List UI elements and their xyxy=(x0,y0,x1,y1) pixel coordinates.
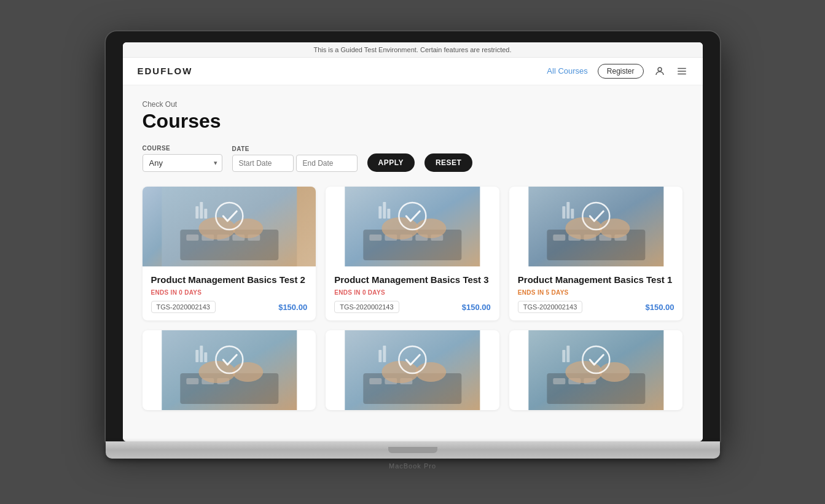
course-thumbnail-5 xyxy=(326,330,499,410)
course-code-2: TGS-2020002143 xyxy=(334,301,399,313)
course-image-2 xyxy=(326,187,499,266)
course-thumbnail-4 xyxy=(143,330,316,410)
all-courses-link[interactable]: All Courses xyxy=(547,66,587,76)
course-card-1[interactable]: Product Management Basics Test 2 ENDS IN… xyxy=(143,187,316,321)
course-filter-label: COURSE xyxy=(143,145,222,152)
course-card-5[interactable] xyxy=(326,330,499,410)
date-filter-label: DATE xyxy=(232,145,358,152)
course-image-6 xyxy=(509,330,683,410)
ends-in-2: ENDS IN 0 DAYS xyxy=(334,289,491,296)
course-image-5 xyxy=(326,330,499,410)
course-select[interactable]: Any xyxy=(143,154,222,172)
course-filter-group: COURSE Any xyxy=(143,145,222,172)
svg-rect-6 xyxy=(186,235,198,241)
svg-point-60 xyxy=(415,362,446,382)
course-thumbnail-6 xyxy=(509,330,683,410)
laptop-notch xyxy=(388,447,437,453)
course-price-3: $150.00 xyxy=(645,303,674,312)
svg-rect-53 xyxy=(204,352,207,362)
course-price-1: $150.00 xyxy=(278,303,307,312)
svg-rect-19 xyxy=(369,235,381,241)
screen-bezel: This is a Guided Test Environment. Certa… xyxy=(106,31,720,441)
svg-rect-32 xyxy=(553,235,565,241)
course-info-3: Product Management Basics Test 1 ENDS IN… xyxy=(509,266,683,321)
main-content: Check Out Courses COURSE Any DATE xyxy=(123,85,703,441)
screen: This is a Guided Test Environment. Certa… xyxy=(123,42,703,441)
apply-button[interactable]: APPLY xyxy=(367,153,415,172)
banner-text: This is a Guided Test Environment. Certa… xyxy=(314,46,512,53)
courses-grid: Product Management Basics Test 2 ENDS IN… xyxy=(143,187,683,411)
course-card-6[interactable] xyxy=(509,330,683,410)
laptop-frame: This is a Guided Test Environment. Certa… xyxy=(106,31,720,473)
course-image-3 xyxy=(509,187,683,266)
course-footer-2: TGS-2020002143 $150.00 xyxy=(334,301,491,313)
svg-rect-14 xyxy=(195,206,198,219)
svg-point-12 xyxy=(232,219,263,238)
svg-rect-40 xyxy=(562,206,565,219)
svg-point-70 xyxy=(599,362,630,382)
svg-point-25 xyxy=(415,219,446,238)
svg-rect-56 xyxy=(369,378,381,384)
svg-rect-72 xyxy=(562,350,565,362)
register-button[interactable]: Register xyxy=(598,64,644,79)
ends-in-1: ENDS IN 0 DAYS xyxy=(151,289,308,296)
course-title-2: Product Management Basics Test 3 xyxy=(334,274,491,286)
svg-rect-63 xyxy=(383,346,386,362)
course-image-4 xyxy=(143,330,316,410)
svg-rect-51 xyxy=(195,350,198,362)
page-title: Courses xyxy=(143,110,683,133)
course-price-2: $150.00 xyxy=(462,303,491,312)
start-date-input[interactable] xyxy=(232,155,294,172)
course-thumbnail-2 xyxy=(326,187,499,266)
course-code-3: TGS-2020002143 xyxy=(518,301,582,313)
user-icon[interactable] xyxy=(654,65,666,77)
end-date-input[interactable] xyxy=(296,155,358,172)
svg-rect-16 xyxy=(204,209,207,219)
check-out-label: Check Out xyxy=(143,100,683,109)
date-inputs xyxy=(232,155,358,172)
svg-rect-28 xyxy=(383,202,386,219)
svg-rect-27 xyxy=(378,206,381,219)
filters-row: COURSE Any DATE A xyxy=(143,145,683,172)
svg-rect-41 xyxy=(566,202,569,219)
svg-rect-42 xyxy=(571,209,574,219)
laptop-brand-label: MacBook Pro xyxy=(106,459,720,473)
course-code-1: TGS-2020002143 xyxy=(151,301,216,313)
reset-button[interactable]: RESET xyxy=(424,153,473,172)
course-info-1: Product Management Basics Test 2 ENDS IN… xyxy=(143,266,316,321)
navbar: EDUFLOW All Courses Register xyxy=(123,58,703,85)
logo: EDUFLOW xyxy=(138,66,193,76)
ends-in-3: ENDS IN 5 DAYS xyxy=(518,289,674,296)
course-thumbnail-3 xyxy=(509,187,683,266)
svg-rect-73 xyxy=(566,346,569,362)
course-footer-1: TGS-2020002143 $150.00 xyxy=(151,301,308,313)
course-info-2: Product Management Basics Test 3 ENDS IN… xyxy=(326,266,499,321)
date-filter-group: DATE xyxy=(232,145,358,172)
course-select-wrapper: Any xyxy=(143,154,222,172)
test-environment-banner: This is a Guided Test Environment. Certa… xyxy=(123,42,703,58)
svg-rect-66 xyxy=(553,378,565,384)
menu-icon[interactable] xyxy=(676,65,688,77)
course-title-1: Product Management Basics Test 2 xyxy=(151,274,308,286)
course-card-3[interactable]: Product Management Basics Test 1 ENDS IN… xyxy=(509,187,683,321)
course-card-4[interactable] xyxy=(143,330,316,410)
course-footer-3: TGS-2020002143 $150.00 xyxy=(518,301,674,313)
svg-rect-45 xyxy=(186,378,198,384)
course-thumbnail-1 xyxy=(143,187,316,266)
course-image-1 xyxy=(143,187,316,266)
svg-rect-15 xyxy=(200,202,203,219)
svg-rect-62 xyxy=(378,350,381,362)
svg-point-38 xyxy=(599,219,630,238)
course-title-3: Product Management Basics Test 1 xyxy=(518,274,674,286)
svg-point-0 xyxy=(658,68,662,71)
svg-rect-29 xyxy=(387,209,390,219)
laptop-base xyxy=(106,441,720,459)
svg-rect-52 xyxy=(200,346,203,362)
svg-point-49 xyxy=(232,362,263,382)
course-card-2[interactable]: Product Management Basics Test 3 ENDS IN… xyxy=(326,187,499,321)
nav-right: All Courses Register xyxy=(547,64,687,79)
